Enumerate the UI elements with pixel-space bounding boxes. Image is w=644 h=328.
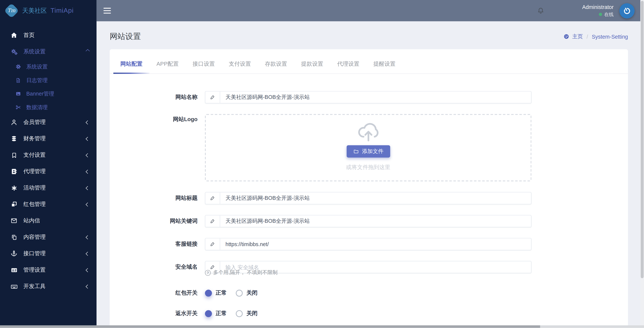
settings-card: 网站配置 APP配置 接口设置 支付设置 存款设置 提款设置 代理设置 提醒设置… xyxy=(110,49,628,328)
sidebar-subitem-system-settings[interactable]: 系统设置 xyxy=(0,60,96,73)
brand-badge: Tm xyxy=(4,3,19,18)
sidebar-item-site-mail[interactable]: 站内信 xyxy=(0,213,96,229)
radio-on-icon[interactable] xyxy=(205,310,212,317)
horizontal-scrollbar-thumb[interactable] xyxy=(0,326,540,328)
service-link-label: 客服链接 xyxy=(110,241,198,248)
horizontal-scrollbar[interactable] xyxy=(0,326,644,328)
redpacket-off-option[interactable]: 关闭 xyxy=(236,289,258,297)
form-row-site-title: 网站标题 xyxy=(110,192,628,204)
sidebar-item-content[interactable]: 内容管理 xyxy=(0,229,96,245)
service-link-input[interactable] xyxy=(220,239,531,250)
tab-reminder-settings[interactable]: 提醒设置 xyxy=(366,49,403,73)
chevron-left-icon xyxy=(86,153,90,157)
agent-addressbook-icon xyxy=(10,168,18,175)
site-title-label: 网站标题 xyxy=(110,194,198,202)
bell-icon[interactable] xyxy=(536,6,545,15)
add-file-button[interactable]: 添加文件 xyxy=(346,145,390,157)
username: Administrator xyxy=(582,4,614,10)
page-title: 网站设置 xyxy=(110,31,141,42)
rebate-normal-option[interactable]: 正常 xyxy=(205,310,227,317)
cloud-upload-icon xyxy=(356,121,380,142)
hamburger-icon[interactable] xyxy=(104,8,111,14)
chevron-left-icon xyxy=(86,186,90,190)
folder-icon xyxy=(353,149,359,154)
drag-hint: 或将文件拖到这里 xyxy=(346,164,390,171)
breadcrumb-current: System-Setting xyxy=(592,33,628,39)
sidebar-item-agents[interactable]: 代理管理 xyxy=(0,163,96,180)
sidebar-item-redpackets[interactable]: 红包管理 xyxy=(0,196,96,213)
form-row-site-name: 网站名称 xyxy=(110,91,628,103)
sidebar-item-api[interactable]: 接口管理 xyxy=(0,245,96,262)
chevron-left-icon xyxy=(86,169,90,174)
rebate-switch-label: 返水开关 xyxy=(110,310,198,317)
vertical-scrollbar[interactable] xyxy=(640,0,644,328)
sidebar-item-admin-settings[interactable]: 管理设置 xyxy=(0,262,96,278)
logo-upload-dropzone[interactable]: 添加文件 或将文件拖到这里 xyxy=(205,114,531,181)
admin-idcard-icon xyxy=(10,266,18,274)
tab-site-config[interactable]: 网站配置 xyxy=(113,49,150,73)
chevron-left-icon xyxy=(86,120,90,124)
finance-database-icon xyxy=(10,135,18,142)
site-keywords-input[interactable] xyxy=(220,215,531,227)
chevron-left-icon xyxy=(86,284,90,289)
sidebar-item-devtools[interactable]: 开发工具 xyxy=(0,278,96,295)
main-area: Administrator 在线 网站设置 xyxy=(96,0,644,328)
chevron-left-icon xyxy=(86,202,90,206)
form-row-rebate-switch: 返水开关 正常 关闭 xyxy=(110,307,628,321)
tab-deposit-settings[interactable]: 存款设置 xyxy=(258,49,294,73)
breadcrumb-home-link[interactable]: 主页 xyxy=(563,33,583,40)
sidebar-item-members[interactable]: 会员管理 xyxy=(0,114,96,130)
chevron-down-icon xyxy=(86,49,90,53)
site-name-label: 网站名称 xyxy=(110,93,198,101)
pencil-icon xyxy=(205,215,220,227)
form-row-service-link: 客服链接 xyxy=(110,238,628,250)
activity-asterisk-icon xyxy=(10,184,18,191)
tab-api-settings[interactable]: 接口设置 xyxy=(186,49,222,73)
sidebar-subitem-data-cleanup[interactable]: 数据清理 xyxy=(0,101,96,114)
redpacket-switch-label: 红包开关 xyxy=(110,289,198,297)
chevron-left-icon xyxy=(86,137,90,141)
pencil-icon xyxy=(205,192,220,204)
sidebar-item-activities[interactable]: 活动管理 xyxy=(0,180,96,196)
rebate-off-option[interactable]: 关闭 xyxy=(236,310,258,317)
sidebar-subitem-log-management[interactable]: 日志管理 xyxy=(0,73,96,87)
sidebar-item-system-settings[interactable]: 系统设置 xyxy=(0,43,96,60)
tab-agent-settings[interactable]: 代理设置 xyxy=(330,49,366,73)
logout-power-button[interactable] xyxy=(619,3,634,18)
radio-off-icon[interactable] xyxy=(236,310,242,317)
home-icon xyxy=(10,31,18,39)
sidebar-item-payment-settings[interactable]: 支付设置 xyxy=(0,147,96,163)
redpacket-normal-option[interactable]: 正常 xyxy=(205,289,227,297)
payment-bookmark-icon xyxy=(10,152,18,159)
cogs-icon xyxy=(10,48,18,56)
chevron-left-icon xyxy=(86,268,90,272)
breadcrumb: 主页 / System-Setting xyxy=(563,33,628,40)
sidebar-subitem-banner-management[interactable]: Banner管理 xyxy=(0,87,96,101)
sidebar-nav: 首页 系统设置 xyxy=(0,21,96,295)
settings-tabs: 网站配置 APP配置 接口设置 支付设置 存款设置 提款设置 代理设置 提醒设置 xyxy=(113,49,624,73)
site-name-input[interactable] xyxy=(220,91,531,103)
tab-payment-settings[interactable]: 支付设置 xyxy=(222,49,258,73)
vertical-scrollbar-thumb[interactable] xyxy=(641,1,644,278)
content-copy-icon xyxy=(10,234,18,241)
pencil-icon xyxy=(205,239,220,250)
form-row-redpacket-switch: 红包开关 正常 关闭 xyxy=(110,286,628,300)
user-info[interactable]: Administrator 在线 xyxy=(582,4,614,17)
brand[interactable]: Tm 天美社区 TimiApi xyxy=(0,0,96,21)
sidebar-item-finance[interactable]: 财务管理 xyxy=(0,130,96,147)
radio-on-icon[interactable] xyxy=(205,289,212,296)
sidebar-item-home[interactable]: 首页 xyxy=(0,27,96,43)
site-title-input[interactable] xyxy=(220,192,531,204)
content-area: 网站设置 主页 / System-Setting xyxy=(96,21,644,328)
tab-app-config[interactable]: APP配置 xyxy=(150,49,186,73)
online-dot-icon xyxy=(599,13,602,16)
tab-withdraw-settings[interactable]: 提款设置 xyxy=(294,49,330,73)
radio-off-icon[interactable] xyxy=(236,289,242,296)
secure-domain-label: 安全域名 xyxy=(110,264,198,271)
chevron-left-icon xyxy=(86,252,90,256)
app-window: Tm 天美社区 TimiApi 首页 xyxy=(0,0,644,328)
site-settings-form: 网站名称 xyxy=(110,74,628,321)
brand-name-zh: 天美社区 xyxy=(22,7,47,14)
chevron-left-icon xyxy=(86,235,90,239)
power-icon xyxy=(623,6,631,15)
